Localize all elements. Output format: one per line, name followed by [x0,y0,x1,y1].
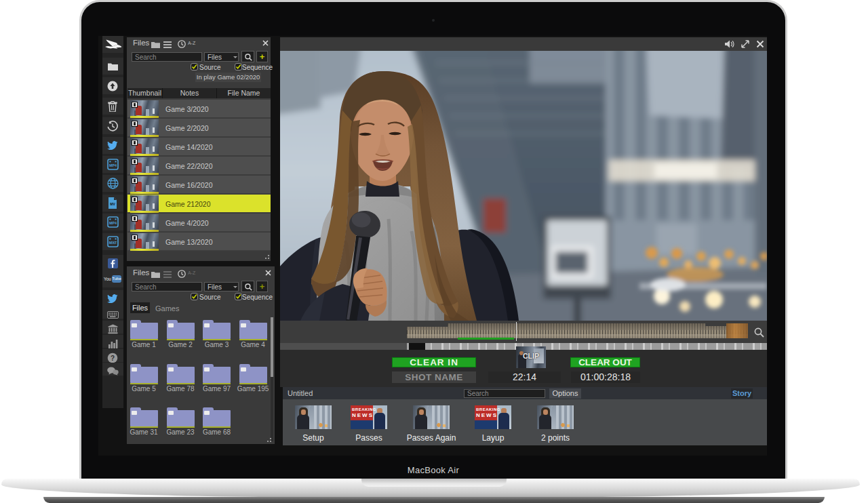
svg-text:MXF: MXF [109,241,117,245]
svg-text:?: ? [111,355,115,362]
svg-text:MV: MV [110,202,115,206]
svg-text:MP4: MP4 [109,221,117,225]
svg-text:MP4: MP4 [109,163,117,167]
